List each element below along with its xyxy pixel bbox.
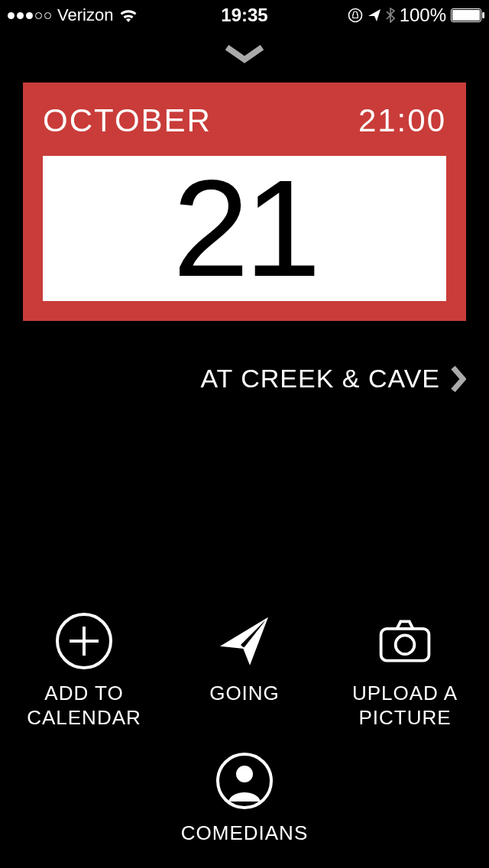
camera-icon (375, 611, 435, 671)
going-button[interactable]: GOING (164, 611, 325, 729)
svg-point-0 (348, 9, 361, 22)
chevron-right-icon (451, 365, 466, 393)
signal-strength-icon (8, 12, 51, 19)
venue-label: AT CREEK & CAVE (200, 364, 440, 394)
venue-link[interactable]: AT CREEK & CAVE (0, 364, 466, 394)
paper-plane-icon (215, 611, 274, 671)
actions-grid: ADD TO CALENDAR GOING UPLOAD A PICTURE (0, 611, 489, 845)
plus-circle-icon (54, 611, 114, 671)
collapse-chevron[interactable] (0, 44, 489, 64)
svg-point-7 (236, 766, 253, 782)
date-card-header: OCTOBER 21:00 (43, 102, 446, 139)
add-to-calendar-label: ADD TO CALENDAR (27, 682, 141, 729)
orientation-lock-icon (348, 8, 363, 23)
battery-percent: 100% (400, 5, 446, 26)
status-bar: Verizon 19:35 100% (0, 0, 489, 31)
status-right: 100% (268, 5, 481, 26)
add-to-calendar-button[interactable]: ADD TO CALENDAR (4, 611, 164, 729)
wifi-icon (119, 8, 138, 22)
bluetooth-icon (386, 8, 395, 23)
status-left: Verizon (8, 5, 221, 25)
chevron-down-icon (224, 44, 265, 64)
status-time: 19:35 (221, 5, 267, 26)
event-day: 21 (173, 160, 316, 297)
person-circle-icon (215, 751, 274, 811)
going-label: GOING (209, 682, 280, 705)
event-date-card: OCTOBER 21:00 21 (23, 83, 466, 321)
svg-rect-4 (381, 629, 429, 661)
carrier-label: Verizon (57, 5, 113, 25)
location-icon (368, 8, 381, 22)
comedians-button[interactable]: COMEDIANS (164, 751, 325, 845)
comedians-label: COMEDIANS (181, 821, 308, 845)
event-time: 21:00 (358, 102, 446, 139)
svg-point-5 (396, 636, 415, 655)
upload-picture-label: UPLOAD A PICTURE (352, 682, 458, 729)
battery-icon (451, 8, 481, 22)
event-month: OCTOBER (43, 102, 212, 139)
upload-picture-button[interactable]: UPLOAD A PICTURE (325, 611, 485, 729)
date-card-body: 21 (43, 156, 446, 301)
